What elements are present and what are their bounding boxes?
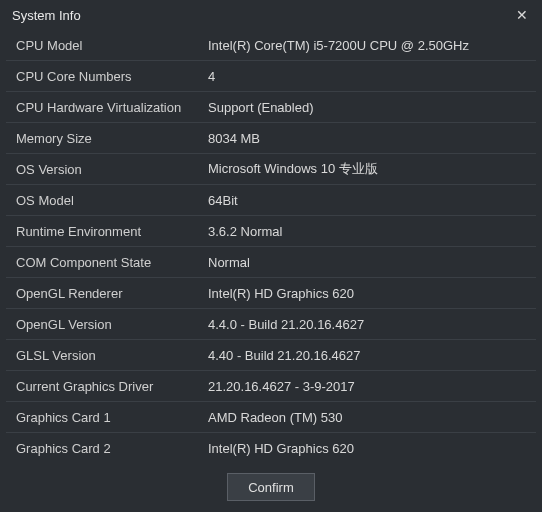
label-memory-size: Memory Size bbox=[16, 131, 208, 146]
confirm-button[interactable]: Confirm bbox=[227, 473, 315, 501]
value-cpu-virtualization: Support (Enabled) bbox=[208, 100, 526, 115]
value-cpu-model: Intel(R) Core(TM) i5-7200U CPU @ 2.50GHz bbox=[208, 38, 526, 53]
label-cpu-virtualization: CPU Hardware Virtualization bbox=[16, 100, 208, 115]
label-graphics-driver: Current Graphics Driver bbox=[16, 379, 208, 394]
label-com-state: COM Component State bbox=[16, 255, 208, 270]
label-opengl-renderer: OpenGL Renderer bbox=[16, 286, 208, 301]
value-opengl-version: 4.4.0 - Build 21.20.16.4627 bbox=[208, 317, 526, 332]
row-com-state: COM Component State Normal bbox=[6, 247, 536, 278]
row-os-model: OS Model 64Bit bbox=[6, 185, 536, 216]
system-info-window: System Info ✕ CPU Model Intel(R) Core(TM… bbox=[0, 0, 542, 512]
row-graphics-driver: Current Graphics Driver 21.20.16.4627 - … bbox=[6, 371, 536, 402]
footer: Confirm bbox=[0, 462, 542, 512]
row-cpu-model: CPU Model Intel(R) Core(TM) i5-7200U CPU… bbox=[6, 30, 536, 61]
value-cpu-cores: 4 bbox=[208, 69, 526, 84]
value-graphics-card-1: AMD Radeon (TM) 530 bbox=[208, 410, 526, 425]
row-cpu-virtualization: CPU Hardware Virtualization Support (Ena… bbox=[6, 92, 536, 123]
label-graphics-card-1: Graphics Card 1 bbox=[16, 410, 208, 425]
row-graphics-card-1: Graphics Card 1 AMD Radeon (TM) 530 bbox=[6, 402, 536, 433]
close-icon: ✕ bbox=[516, 8, 528, 22]
value-memory-size: 8034 MB bbox=[208, 131, 526, 146]
value-os-version: Microsoft Windows 10 专业版 bbox=[208, 160, 526, 178]
value-com-state: Normal bbox=[208, 255, 526, 270]
row-glsl-version: GLSL Version 4.40 - Build 21.20.16.4627 bbox=[6, 340, 536, 371]
window-title: System Info bbox=[12, 8, 81, 23]
value-graphics-card-2: Intel(R) HD Graphics 620 bbox=[208, 441, 526, 456]
label-graphics-card-2: Graphics Card 2 bbox=[16, 441, 208, 456]
row-cpu-cores: CPU Core Numbers 4 bbox=[6, 61, 536, 92]
row-graphics-card-2: Graphics Card 2 Intel(R) HD Graphics 620 bbox=[6, 433, 536, 462]
value-os-model: 64Bit bbox=[208, 193, 526, 208]
label-runtime-env: Runtime Environment bbox=[16, 224, 208, 239]
label-os-model: OS Model bbox=[16, 193, 208, 208]
row-os-version: OS Version Microsoft Windows 10 专业版 bbox=[6, 154, 536, 185]
titlebar: System Info ✕ bbox=[0, 0, 542, 30]
value-opengl-renderer: Intel(R) HD Graphics 620 bbox=[208, 286, 526, 301]
close-button[interactable]: ✕ bbox=[512, 5, 532, 25]
row-opengl-renderer: OpenGL Renderer Intel(R) HD Graphics 620 bbox=[6, 278, 536, 309]
label-glsl-version: GLSL Version bbox=[16, 348, 208, 363]
value-glsl-version: 4.40 - Build 21.20.16.4627 bbox=[208, 348, 526, 363]
row-memory-size: Memory Size 8034 MB bbox=[6, 123, 536, 154]
label-cpu-model: CPU Model bbox=[16, 38, 208, 53]
value-graphics-driver: 21.20.16.4627 - 3-9-2017 bbox=[208, 379, 526, 394]
info-list: CPU Model Intel(R) Core(TM) i5-7200U CPU… bbox=[0, 30, 542, 462]
confirm-button-label: Confirm bbox=[248, 480, 294, 495]
row-opengl-version: OpenGL Version 4.4.0 - Build 21.20.16.46… bbox=[6, 309, 536, 340]
label-cpu-cores: CPU Core Numbers bbox=[16, 69, 208, 84]
label-opengl-version: OpenGL Version bbox=[16, 317, 208, 332]
value-runtime-env: 3.6.2 Normal bbox=[208, 224, 526, 239]
row-runtime-env: Runtime Environment 3.6.2 Normal bbox=[6, 216, 536, 247]
label-os-version: OS Version bbox=[16, 162, 208, 177]
